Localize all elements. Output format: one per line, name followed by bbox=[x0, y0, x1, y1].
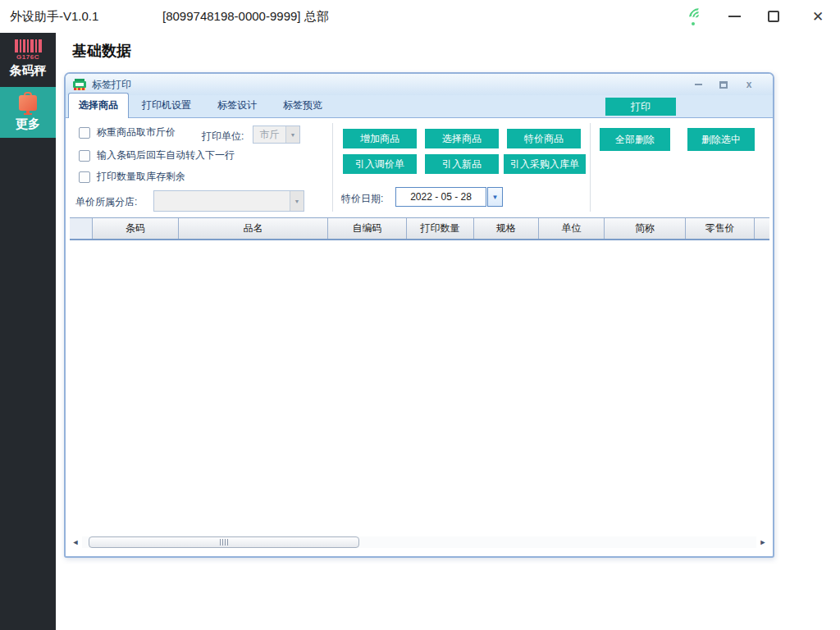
divider bbox=[590, 123, 591, 212]
branch-label: 单价所属分店: bbox=[75, 195, 137, 209]
checkbox[interactable] bbox=[79, 150, 90, 162]
table-header-name[interactable]: 品名 bbox=[179, 218, 328, 239]
delete-all-button[interactable]: 全部删除 bbox=[600, 128, 670, 151]
dialog-title: 标签打印 bbox=[92, 78, 131, 92]
scrollbar-track[interactable] bbox=[82, 536, 756, 548]
scrollbar-thumb[interactable] bbox=[89, 536, 359, 548]
tab-select-goods[interactable]: 选择商品 bbox=[68, 93, 129, 119]
dialog-minimize-button[interactable] bbox=[692, 79, 705, 90]
tab-printer-settings[interactable]: 打印机设置 bbox=[129, 94, 204, 118]
tab-label-preview[interactable]: 标签预览 bbox=[270, 94, 336, 118]
print-unit-value: 市斤 bbox=[253, 128, 285, 142]
bag-icon bbox=[18, 92, 38, 115]
print-unit-select[interactable]: 市斤 ▼ bbox=[253, 126, 300, 144]
scroll-right-button[interactable]: ► bbox=[758, 536, 768, 549]
app-title: 外设助手-V1.0.1 bbox=[10, 9, 98, 25]
import-price-adjust-button[interactable]: 引入调价单 bbox=[343, 154, 417, 174]
dialog-tabbar: 选择商品 打印机设置 标签设计 标签预览 打印 bbox=[66, 95, 773, 118]
label-print-dialog: 标签打印 x 选择商品 打印机设置 标签设计 标签预览 打印 称重商品取市斤价 … bbox=[64, 72, 774, 558]
app-titlebar: 外设助手-V1.0.1 [8099748198-0000-9999] 总部 ✕ bbox=[0, 0, 840, 33]
table-header-short-name[interactable]: 简称 bbox=[605, 218, 686, 239]
tab-content: 称重商品取市斤价 输入条码后回车自动转入下一行 打印数量取库存剩余 打印单位: … bbox=[66, 118, 773, 555]
delete-selected-button[interactable]: 删除选中 bbox=[687, 128, 755, 151]
device-code: G176C bbox=[0, 53, 56, 61]
select-goods-button[interactable]: 选择商品 bbox=[425, 129, 499, 148]
close-icon: x bbox=[746, 80, 752, 89]
table-header-spec[interactable]: 规格 bbox=[474, 218, 539, 239]
checkbox[interactable] bbox=[79, 127, 90, 139]
table-header-custom-code[interactable]: 自编码 bbox=[328, 218, 407, 239]
print-button[interactable]: 打印 bbox=[605, 98, 676, 116]
special-date-label: 特价日期: bbox=[341, 192, 383, 206]
filter-section: 称重商品取市斤价 输入条码后回车自动转入下一行 打印数量取库存剩余 打印单位: … bbox=[66, 118, 773, 217]
option-weighted-price[interactable]: 称重商品取市斤价 bbox=[79, 126, 176, 139]
sidebar-item-barcode-scale[interactable]: G176C 条码秤 bbox=[0, 33, 56, 87]
table-header-unit[interactable]: 单位 bbox=[539, 218, 605, 239]
page-title: 基础数据 bbox=[72, 41, 131, 61]
special-date-input[interactable]: 2022 - 05 - 28 bbox=[395, 187, 486, 207]
goods-table: 条码 品名 自编码 打印数量 规格 单位 简称 零售价 bbox=[70, 217, 769, 536]
sidebar-item-label: 更多 bbox=[0, 116, 56, 132]
printer-icon bbox=[73, 79, 86, 90]
table-body-empty[interactable] bbox=[70, 240, 769, 536]
branch-select[interactable]: ▼ bbox=[153, 190, 304, 212]
table-header-print-qty[interactable]: 打印数量 bbox=[407, 218, 474, 239]
table-header-barcode[interactable]: 条码 bbox=[93, 218, 179, 239]
dialog-maximize-button[interactable] bbox=[717, 79, 730, 90]
maximize-icon bbox=[768, 11, 779, 22]
app-subtitle: [8099748198-0000-9999] 总部 bbox=[162, 9, 329, 25]
checkbox-label: 称重商品取市斤价 bbox=[97, 126, 176, 139]
divider bbox=[332, 123, 333, 212]
app-maximize-button[interactable] bbox=[763, 7, 784, 26]
add-goods-button[interactable]: 增加商品 bbox=[343, 129, 417, 148]
barcode-icon bbox=[0, 39, 56, 52]
close-icon: ✕ bbox=[812, 10, 824, 24]
sidebar-item-label: 条码秤 bbox=[0, 63, 56, 79]
minimize-icon bbox=[695, 84, 702, 85]
table-header-row: 条码 品名 自编码 打印数量 规格 单位 简称 零售价 bbox=[70, 217, 769, 240]
import-new-goods-button[interactable]: 引入新品 bbox=[425, 154, 499, 174]
maximize-icon bbox=[719, 81, 728, 89]
chevron-down-icon: ▼ bbox=[492, 194, 499, 201]
table-header-indicator bbox=[70, 218, 93, 239]
minimize-icon bbox=[728, 16, 741, 17]
tab-label-design[interactable]: 标签设计 bbox=[204, 94, 270, 118]
app-minimize-button[interactable] bbox=[724, 7, 745, 26]
chevron-down-icon[interactable]: ▼ bbox=[285, 126, 299, 143]
checkbox[interactable] bbox=[79, 171, 90, 183]
scroll-left-button[interactable]: ◄ bbox=[71, 536, 80, 549]
app-close-button[interactable]: ✕ bbox=[807, 7, 829, 26]
option-qty-from-stock[interactable]: 打印数量取库存剩余 bbox=[79, 170, 185, 184]
checkbox-label: 打印数量取库存剩余 bbox=[97, 170, 185, 184]
date-dropdown-button[interactable]: ▼ bbox=[487, 187, 503, 207]
special-price-goods-button[interactable]: 特价商品 bbox=[507, 129, 581, 148]
option-enter-next-line[interactable]: 输入条码后回车自动转入下一行 bbox=[79, 148, 235, 162]
import-purchase-inbound-button[interactable]: 引入采购入库单 bbox=[504, 154, 586, 174]
dialog-titlebar[interactable]: 标签打印 x bbox=[66, 74, 773, 95]
table-header-retail-price[interactable]: 零售价 bbox=[686, 218, 755, 239]
table-header-overflow bbox=[755, 218, 769, 239]
checkbox-label: 输入条码后回车自动转入下一行 bbox=[97, 148, 235, 162]
print-unit-label: 打印单位: bbox=[202, 130, 244, 144]
network-signal-icon bbox=[689, 8, 709, 26]
dialog-close-button[interactable]: x bbox=[742, 79, 756, 90]
horizontal-scrollbar: ◄ ► bbox=[71, 536, 768, 549]
sidebar-item-more[interactable]: 更多 bbox=[0, 87, 56, 138]
chevron-down-icon[interactable]: ▼ bbox=[290, 191, 304, 211]
sidebar: G176C 条码秤 更多 bbox=[0, 33, 56, 630]
dialog-window-controls: x bbox=[692, 79, 765, 90]
